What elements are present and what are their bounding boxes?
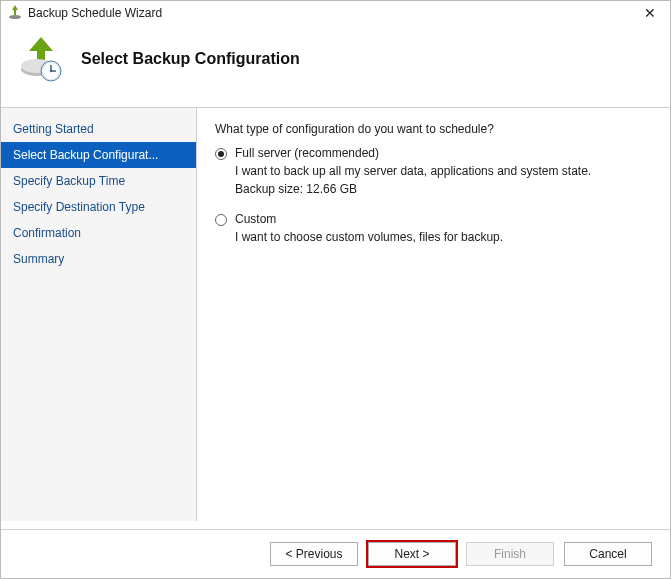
- svg-point-7: [50, 70, 52, 72]
- option-full-server-label: Full server (recommended): [235, 146, 379, 160]
- option-full-server-desc: I want to back up all my server data, ap…: [235, 164, 652, 178]
- close-icon[interactable]: ✕: [638, 3, 662, 23]
- svg-point-0: [9, 15, 21, 19]
- sidebar-item-summary[interactable]: Summary: [1, 246, 196, 272]
- option-full-server-size: Backup size: 12.66 GB: [235, 182, 652, 196]
- option-custom[interactable]: Custom I want to choose custom volumes, …: [215, 212, 652, 244]
- sidebar-item-select-backup-configuration[interactable]: Select Backup Configurat...: [1, 142, 196, 168]
- wizard-content: What type of configuration do you want t…: [197, 108, 670, 521]
- wizard-body: Getting Started Select Backup Configurat…: [1, 107, 670, 521]
- wizard-sidebar: Getting Started Select Backup Configurat…: [1, 108, 197, 521]
- option-custom-desc: I want to choose custom volumes, files f…: [235, 230, 652, 244]
- option-custom-label: Custom: [235, 212, 276, 226]
- sidebar-item-specify-backup-time[interactable]: Specify Backup Time: [1, 168, 196, 194]
- cancel-button[interactable]: Cancel: [564, 542, 652, 566]
- sidebar-item-confirmation[interactable]: Confirmation: [1, 220, 196, 246]
- titlebar-left: Backup Schedule Wizard: [7, 4, 162, 23]
- titlebar: Backup Schedule Wizard ✕: [1, 1, 670, 25]
- finish-button: Finish: [466, 542, 554, 566]
- previous-button[interactable]: < Previous: [270, 542, 358, 566]
- window-title: Backup Schedule Wizard: [28, 6, 162, 20]
- option-full-server[interactable]: Full server (recommended) I want to back…: [215, 146, 652, 196]
- page-title: Select Backup Configuration: [81, 50, 300, 68]
- wizard-header: Select Backup Configuration: [1, 25, 670, 107]
- sidebar-item-specify-destination-type[interactable]: Specify Destination Type: [1, 194, 196, 220]
- radio-custom[interactable]: [215, 214, 227, 226]
- app-icon: [7, 4, 23, 23]
- radio-full-server[interactable]: [215, 148, 227, 160]
- next-button[interactable]: Next >: [368, 542, 456, 566]
- wizard-footer: < Previous Next > Finish Cancel: [1, 529, 670, 578]
- config-question: What type of configuration do you want t…: [215, 122, 652, 136]
- sidebar-item-getting-started[interactable]: Getting Started: [1, 116, 196, 142]
- wizard-header-icon: [17, 35, 65, 83]
